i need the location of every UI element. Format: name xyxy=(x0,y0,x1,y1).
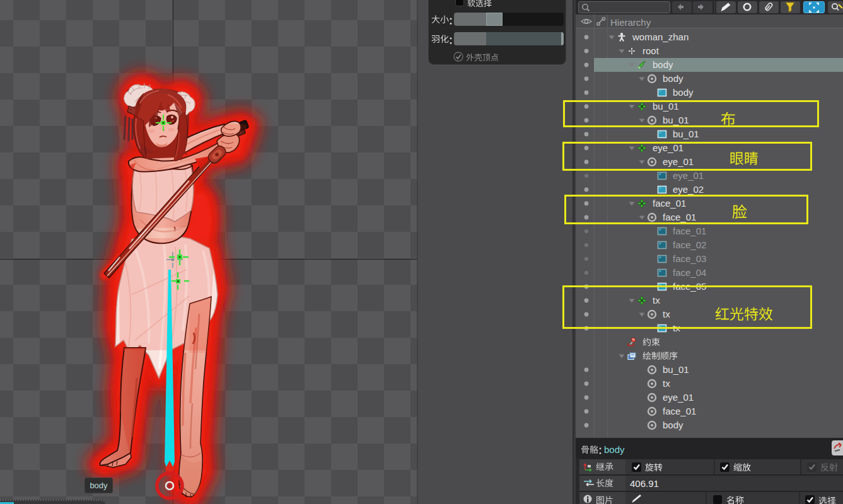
svg-text:body: body xyxy=(663,420,683,430)
svg-text:face_01: face_01 xyxy=(673,226,706,236)
svg-text:eye_01: eye_01 xyxy=(673,170,704,181)
svg-text:face_01: face_01 xyxy=(663,406,696,416)
svg-text:eye_02: eye_02 xyxy=(673,184,704,195)
svg-text:bu_01: bu_01 xyxy=(673,129,699,139)
svg-text:woman_zhan: woman_zhan xyxy=(632,32,689,42)
svg-text:face_02: face_02 xyxy=(673,239,706,250)
svg-text:tx: tx xyxy=(663,378,670,389)
svg-text:root: root xyxy=(642,45,660,56)
svg-text:body: body xyxy=(653,59,673,70)
svg-text:bu_01: bu_01 xyxy=(663,364,689,375)
svg-text:body: body xyxy=(673,87,694,98)
svg-text:face_04: face_04 xyxy=(673,267,706,278)
svg-text:body: body xyxy=(663,73,683,84)
svg-text:face_03: face_03 xyxy=(673,253,706,264)
svg-text:eye_01: eye_01 xyxy=(663,392,694,403)
